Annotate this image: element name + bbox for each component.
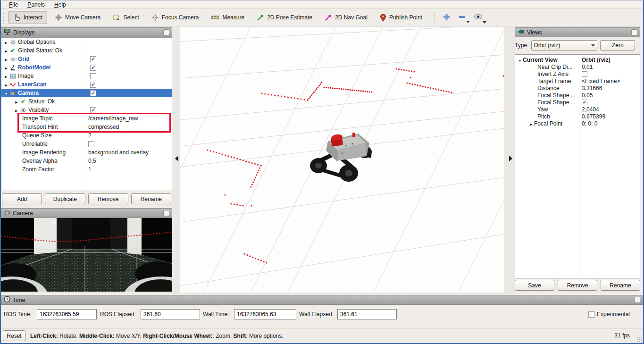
zero-button[interactable]: Zero	[600, 40, 635, 50]
add-button[interactable]: Add	[2, 193, 42, 204]
property-row-image-rendering[interactable]: Image Rendering background and overlay	[1, 148, 172, 157]
tree-row-visibility[interactable]: Visibility	[1, 106, 172, 114]
expander-icon[interactable]	[3, 81, 9, 88]
panel-float-button[interactable]	[631, 29, 637, 35]
tree-row-robotmodel[interactable]: RobotModel	[1, 63, 172, 72]
panel-float-button[interactable]	[163, 210, 169, 216]
image-enabled-checkbox[interactable]	[90, 73, 96, 79]
duplicate-button[interactable]: Duplicate	[45, 193, 85, 204]
tree-row-grid[interactable]: Grid	[1, 55, 172, 63]
property-row-transport-hint[interactable]: Transport Hint compressed	[1, 123, 172, 131]
expander-icon[interactable]	[3, 56, 9, 62]
views-panel-titlebar[interactable]: Views	[515, 27, 640, 37]
panel-float-button[interactable]	[634, 297, 640, 303]
displays-tree[interactable]: Global Options ✔ Global Status: Ok Grid …	[1, 37, 172, 190]
row-value[interactable]: <Fixed Frame>	[582, 78, 620, 84]
view-row-yaw[interactable]: Yaw 2,0404	[515, 106, 640, 113]
views-tree[interactable]: Current View Orbit (rviz) Near Clip Di..…	[515, 54, 640, 278]
robotmodel-enabled-checkbox[interactable]	[90, 65, 96, 71]
collapse-right-panel-arrow-icon[interactable]	[509, 156, 512, 161]
property-row-overlay-alpha[interactable]: Overlay Alpha 0,5	[1, 157, 172, 165]
property-row-zoom-factor[interactable]: Zoom Factor 1	[1, 165, 172, 174]
property-value[interactable]: 1	[88, 166, 92, 173]
chevron-down-icon[interactable]	[483, 21, 486, 24]
resize-grip[interactable]	[637, 337, 642, 342]
toolbar-drag-handle[interactable]	[3, 11, 6, 24]
expander-icon[interactable]	[3, 39, 9, 45]
tree-row-laserscan[interactable]: LaserScan	[1, 80, 172, 89]
column-divider[interactable]	[579, 55, 579, 278]
wall-time-input[interactable]	[234, 309, 296, 319]
view-row-pitch[interactable]: Pitch 0,675399	[515, 113, 640, 120]
focal-shape-checkbox[interactable]	[582, 100, 587, 105]
row-value[interactable]: 0; 0; 0	[582, 120, 597, 127]
reset-button[interactable]: Reset	[3, 330, 25, 341]
view-row-invert-z[interactable]: Invert Z Axis	[515, 70, 640, 77]
tree-row-camera-status[interactable]: ✔ Status: Ok	[1, 97, 172, 106]
nav-goal-tool-button[interactable]: 2D Nav Goal	[320, 11, 372, 24]
expander-icon[interactable]	[3, 64, 9, 71]
focus-camera-tool-button[interactable]: Focus Camera	[147, 11, 204, 24]
select-tool-button[interactable]: Select	[108, 11, 143, 24]
property-row-unreliable[interactable]: Unreliable	[1, 140, 172, 148]
ros-elapsed-input[interactable]	[141, 309, 200, 319]
expander-icon[interactable]	[3, 90, 9, 96]
camera-panel-titlebar[interactable]: Camera	[1, 208, 172, 218]
experimental-checkbox[interactable]	[588, 311, 594, 318]
view-row-focal-shape-fixed[interactable]: Focal Shape ...	[515, 99, 640, 106]
property-value[interactable]: 2	[88, 132, 92, 139]
expander-icon[interactable]	[14, 98, 19, 105]
row-value[interactable]: 2,0404	[582, 106, 599, 113]
publish-point-tool-button[interactable]: Publish Point	[375, 11, 427, 25]
expander-icon[interactable]	[528, 120, 534, 127]
tree-row-global-options[interactable]: Global Options	[1, 38, 172, 46]
expander-icon[interactable]	[517, 57, 523, 63]
row-value[interactable]: 3,31666	[582, 85, 602, 92]
camera-enabled-checkbox[interactable]	[90, 90, 96, 96]
view-row-target-frame[interactable]: Target Frame <Fixed Frame>	[515, 77, 640, 84]
remove-button[interactable]: Remove	[88, 193, 128, 204]
panel-float-button[interactable]	[163, 29, 169, 35]
menu-file[interactable]: File	[5, 1, 22, 8]
property-value[interactable]: background and overlay	[88, 149, 149, 156]
laserscan-enabled-checkbox[interactable]	[90, 82, 96, 88]
wall-elapsed-input[interactable]	[337, 309, 397, 319]
tree-row-camera[interactable]: Camera	[1, 89, 172, 97]
property-row-image-topic[interactable]: Image Topic /camera/image_raw	[1, 114, 172, 123]
view-row-near-clip[interactable]: Near Clip Di... 0,01	[515, 63, 640, 70]
save-button[interactable]: Save	[515, 280, 554, 291]
property-value[interactable]: compressed	[88, 124, 119, 130]
view-row-focal-point[interactable]: Focal Point 0; 0; 0	[515, 120, 640, 127]
remove-tool-button[interactable]	[455, 13, 469, 22]
property-value[interactable]: 0,5	[88, 158, 96, 164]
expander-icon[interactable]	[3, 47, 9, 54]
menu-help[interactable]: Help	[50, 1, 70, 8]
invert-z-checkbox[interactable]	[582, 71, 587, 77]
tree-row-image[interactable]: Image	[1, 72, 172, 80]
chevron-down-icon[interactable]	[466, 21, 470, 23]
time-panel-titlebar[interactable]: Time	[1, 295, 643, 305]
grid-enabled-checkbox[interactable]	[90, 56, 96, 62]
row-value[interactable]: 0,05	[582, 92, 593, 99]
ros-time-input[interactable]	[37, 309, 97, 319]
view-row-current-view[interactable]: Current View Orbit (rviz)	[515, 56, 640, 63]
row-value[interactable]: 0,01	[582, 64, 593, 70]
tree-row-global-status[interactable]: ✔ Global Status: Ok	[1, 46, 172, 55]
rename-button[interactable]: Rename	[131, 193, 171, 204]
add-tool-button[interactable]	[440, 11, 453, 24]
move-camera-tool-button[interactable]: Move Camera	[50, 11, 105, 24]
view-row-focal-shape-size[interactable]: Focal Shape ... 0,05	[515, 92, 640, 99]
collapse-left-panel-arrow-icon[interactable]	[175, 156, 178, 161]
displays-panel-titlebar[interactable]: Displays	[1, 27, 172, 37]
property-value[interactable]: /camera/image_raw	[88, 115, 138, 122]
tool-visibility-button[interactable]	[471, 12, 485, 23]
unreliable-checkbox[interactable]	[88, 141, 94, 147]
visibility-checkbox[interactable]	[90, 107, 96, 113]
measure-tool-button[interactable]: Measure	[206, 11, 249, 24]
remove-button[interactable]: Remove	[558, 280, 597, 291]
pose-estimate-tool-button[interactable]: 2D Pose Estimate	[252, 11, 317, 24]
view-row-distance[interactable]: Distance 3,31666	[515, 84, 640, 92]
view-type-dropdown[interactable]: Orbit (rviz)	[531, 40, 597, 50]
expander-icon[interactable]	[3, 73, 9, 79]
render-viewport[interactable]	[180, 27, 504, 293]
